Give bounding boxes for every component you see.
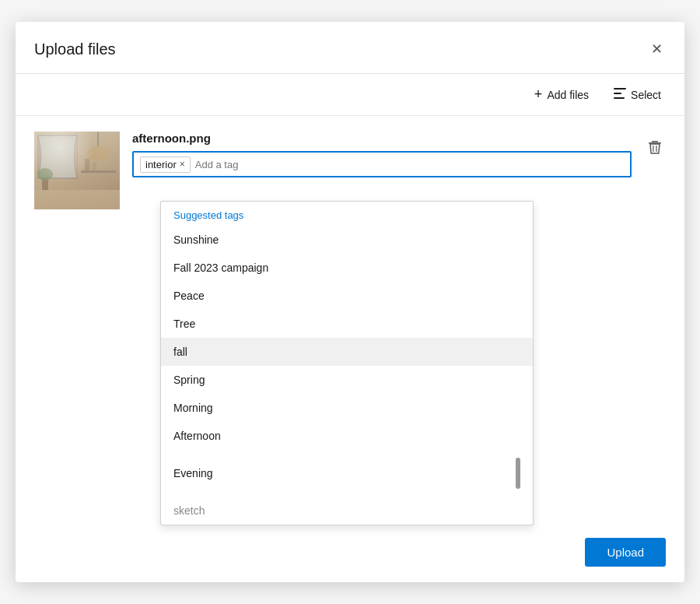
suggestion-label: Peace — [173, 290, 205, 302]
plus-icon: + — [534, 86, 543, 103]
dialog-footer: Upload — [16, 522, 684, 582]
suggestion-morning[interactable]: Morning — [161, 394, 533, 422]
suggestion-evening[interactable]: Evening — [161, 450, 533, 497]
svg-rect-1 — [614, 93, 621, 94]
svg-rect-12 — [34, 190, 120, 209]
suggestion-label: Afternoon — [173, 430, 221, 442]
svg-rect-5 — [38, 135, 77, 178]
upload-button[interactable]: Upload — [585, 538, 666, 567]
dialog-header: Upload files ✕ — [16, 22, 684, 74]
svg-rect-3 — [34, 132, 120, 209]
close-button[interactable]: ✕ — [648, 37, 666, 61]
suggestions-header: Suggested tags — [161, 202, 533, 226]
delete-file-button[interactable] — [644, 135, 666, 162]
close-icon: ✕ — [651, 40, 663, 58]
suggestion-spring[interactable]: Spring — [161, 366, 533, 394]
select-label: Select — [631, 89, 661, 101]
add-files-button[interactable]: + Add files — [530, 83, 593, 106]
svg-rect-4 — [34, 132, 120, 209]
tag-input[interactable] — [195, 159, 624, 170]
svg-point-14 — [37, 168, 53, 181]
suggestion-fall-2023[interactable]: Fall 2023 campaign — [161, 254, 533, 282]
tag-chip-interior: interior × — [140, 156, 191, 173]
scrollbar-indicator — [516, 458, 520, 489]
add-files-label: Add files — [547, 89, 589, 101]
thumbnail-image — [34, 132, 120, 209]
suggestion-peace[interactable]: Peace — [161, 282, 533, 310]
dialog-title: Upload files — [34, 40, 116, 58]
suggestion-tree[interactable]: Tree — [161, 310, 533, 338]
suggestion-fall[interactable]: fall — [161, 338, 533, 366]
delete-icon — [647, 142, 663, 158]
suggestions-dropdown: Suggested tags Sunshine Fall 2023 campai… — [160, 201, 534, 525]
file-name: afternoon.png — [132, 132, 632, 145]
suggestion-label: Spring — [173, 374, 205, 386]
suggestion-label: Morning — [173, 402, 213, 414]
svg-rect-9 — [81, 170, 116, 173]
file-details: afternoon.png interior × — [132, 132, 632, 177]
suggestion-label: Fall 2023 campaign — [173, 262, 268, 274]
svg-rect-0 — [614, 88, 626, 90]
select-lines-icon — [614, 88, 626, 101]
suggestion-label: Sunshine — [173, 234, 219, 246]
suggestion-sketch[interactable]: sketch — [161, 497, 533, 525]
suggestion-afternoon[interactable]: Afternoon — [161, 422, 533, 450]
tag-input-area[interactable]: interior × — [132, 151, 632, 177]
svg-point-8 — [87, 146, 109, 161]
svg-rect-2 — [614, 97, 625, 99]
svg-rect-6 — [38, 135, 77, 178]
suggestion-label: Tree — [173, 318, 195, 330]
tag-remove-button[interactable]: × — [180, 160, 185, 169]
tag-chip-label: interior — [145, 159, 177, 170]
svg-rect-13 — [42, 178, 48, 190]
suggestion-label: sketch — [173, 504, 205, 517]
file-thumbnail — [34, 132, 120, 209]
svg-rect-11 — [93, 163, 96, 170]
svg-rect-10 — [85, 159, 89, 170]
svg-rect-15 — [652, 141, 658, 142]
select-button[interactable]: Select — [609, 85, 666, 104]
toolbar: + Add files Select — [16, 74, 684, 115]
suggestion-label: fall — [173, 346, 187, 358]
upload-dialog: Upload files ✕ + Add files Select — [16, 22, 684, 582]
suggestion-label: Evening — [173, 467, 213, 479]
suggestion-sunshine[interactable]: Sunshine — [161, 226, 533, 254]
